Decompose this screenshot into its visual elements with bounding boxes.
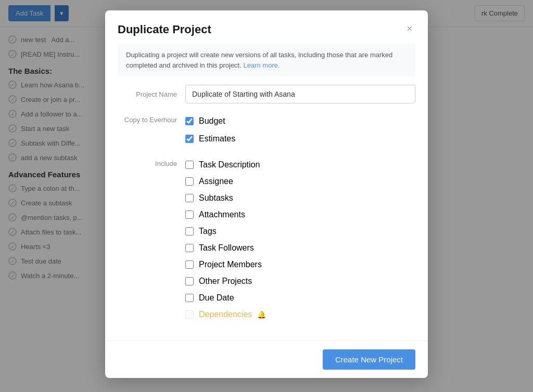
task-description-checkbox-row[interactable]: Task Description xyxy=(185,156,415,173)
budget-label: Budget xyxy=(199,116,225,126)
estimates-checkbox-row[interactable]: Estimates xyxy=(185,130,415,147)
subtasks-checkbox[interactable] xyxy=(185,194,194,202)
learn-more-link[interactable]: Learn more. xyxy=(243,61,280,69)
other-projects-label: Other Projects xyxy=(199,277,252,286)
assignee-label: Assignee xyxy=(199,177,233,186)
dependencies-checkbox-row: Dependencies 🔔 xyxy=(185,306,415,323)
budget-checkbox-row[interactable]: Budget xyxy=(185,113,415,129)
tags-checkbox[interactable] xyxy=(185,227,194,236)
create-new-project-button[interactable]: Create New Project xyxy=(323,349,415,370)
project-members-label: Project Members xyxy=(199,260,262,269)
task-followers-label: Task Followers xyxy=(199,243,254,253)
modal-footer: Create New Project xyxy=(105,341,428,378)
attachments-checkbox[interactable] xyxy=(185,211,194,219)
task-followers-checkbox[interactable] xyxy=(185,244,194,252)
tags-label: Tags xyxy=(199,227,217,236)
subtasks-label: Subtasks xyxy=(199,193,233,203)
modal-overlay: Duplicate Project × Duplicating a projec… xyxy=(0,0,533,392)
subtasks-checkbox-row[interactable]: Subtasks xyxy=(185,190,415,206)
modal-body: Project Name Copy to Everhour Budget Est… xyxy=(105,85,428,341)
everhour-checkboxes: Budget Estimates xyxy=(185,113,415,147)
everhour-label: Copy to Everhour xyxy=(118,113,185,124)
dependencies-checkbox xyxy=(185,310,194,319)
assignee-checkbox[interactable] xyxy=(185,177,194,186)
modal-description: Duplicating a project will create new ve… xyxy=(118,44,415,76)
project-name-input[interactable] xyxy=(185,85,415,103)
project-name-label: Project Name xyxy=(118,90,185,98)
attachments-label: Attachments xyxy=(199,210,245,219)
estimates-checkbox[interactable] xyxy=(185,135,194,143)
task-description-label: Task Description xyxy=(199,160,260,169)
due-date-checkbox[interactable] xyxy=(185,294,194,302)
include-checkboxes: Task Description Assignee Subtasks Attac… xyxy=(185,156,415,323)
include-row: Include Task Description Assignee Subtas… xyxy=(118,156,415,323)
project-members-checkbox-row[interactable]: Project Members xyxy=(185,256,415,273)
assignee-checkbox-row[interactable]: Assignee xyxy=(185,173,415,190)
modal-title: Duplicate Project xyxy=(118,23,211,36)
estimates-label: Estimates xyxy=(199,134,235,143)
duplicate-project-modal: Duplicate Project × Duplicating a projec… xyxy=(105,10,428,378)
other-projects-checkbox-row[interactable]: Other Projects xyxy=(185,273,415,290)
include-label: Include xyxy=(118,156,185,167)
task-description-checkbox[interactable] xyxy=(185,161,194,169)
everhour-row: Copy to Everhour Budget Estimates xyxy=(118,113,415,147)
other-projects-checkbox[interactable] xyxy=(185,277,194,285)
due-date-label: Due Date xyxy=(199,293,234,303)
project-members-checkbox[interactable] xyxy=(185,260,194,269)
lock-icon: 🔔 xyxy=(257,310,266,319)
attachments-checkbox-row[interactable]: Attachments xyxy=(185,206,415,223)
close-button[interactable]: × xyxy=(403,23,415,34)
project-name-row: Project Name xyxy=(118,85,415,103)
budget-checkbox[interactable] xyxy=(185,117,194,125)
modal-header: Duplicate Project × xyxy=(105,10,428,36)
task-followers-checkbox-row[interactable]: Task Followers xyxy=(185,240,415,256)
due-date-checkbox-row[interactable]: Due Date xyxy=(185,290,415,306)
dependencies-label: Dependencies xyxy=(199,310,252,319)
tags-checkbox-row[interactable]: Tags xyxy=(185,223,415,240)
